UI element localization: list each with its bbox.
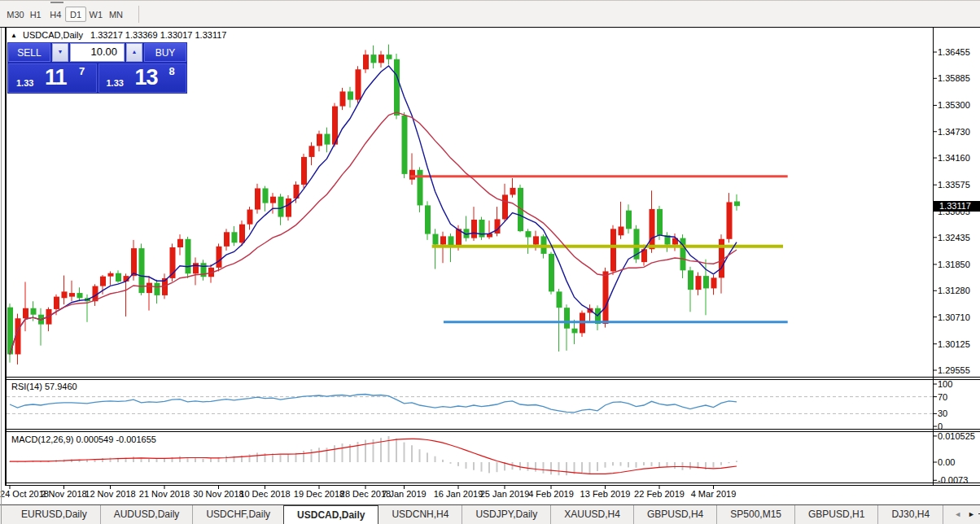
time-axis-label: 12 Nov 2018 [85,489,135,499]
candle-body [471,220,477,238]
time-axis-label: 21 Nov 2018 [139,489,190,499]
one-click-trading-panel: SELL ▼ 10.00 ▲ BUY 1.33 11 7 1.33 13 8 [7,42,187,94]
candle-body [270,197,276,203]
candle-body [155,283,160,295]
macd-histogram-bar [658,462,660,467]
macd-histogram-bar [581,462,583,473]
candle-body [394,59,400,116]
macd-histogram-bar [535,462,536,472]
bid-price-point: 7 [79,65,85,77]
chart-tab-xauusd-h4[interactable]: XAUUSD,H4 [550,505,633,524]
macd-histogram-bar [612,462,614,465]
macd-histogram-bar [566,462,567,475]
macd-histogram-bar [435,456,436,462]
volume-input[interactable]: 10.00 [70,43,125,62]
bid-price-pips: 11 [45,65,67,90]
macd-histogram-bar [450,462,452,464]
macd-histogram-bar [651,462,653,466]
ask-price-point: 8 [169,65,175,77]
chart-frame-border [0,27,980,28]
chart-tab-dj30-h4[interactable]: DJ30,H4 [877,505,943,524]
macd-histogram-bar [427,452,428,462]
macd-histogram-bar [620,462,622,466]
macd-axis-label: -0.0073 [938,475,968,485]
ask-price-prefix: 1.33 [107,78,124,88]
chart-title: ▲ USDCAD,Daily 1.33217 1.33369 1.33017 1… [11,30,226,40]
macd-histogram-bar [249,454,251,462]
rsi-axis-label: 0 [938,421,943,431]
macd-indicator-label: MACD(12,26,9) 0.000549 -0.001655 [11,434,156,444]
tab-scroll-left-icon[interactable]: ◄ [954,510,961,518]
price-axis-label: 1.32435 [938,233,970,242]
bid-quote-button[interactable]: 1.33 11 7 [8,63,97,93]
rsi-pane [7,395,933,414]
macd-histogram-bar [628,462,629,467]
volume-decrease-button[interactable]: ▼ [52,43,68,62]
candle-body [317,134,322,146]
candle-body [626,211,632,229]
macd-histogram-bar [164,458,165,462]
macd-histogram-bar [256,452,258,462]
macd-histogram-bar [736,461,737,462]
candle-body [610,229,616,271]
macd-histogram-bar [311,449,313,462]
macd-histogram-bar [404,443,405,462]
candle-body [711,277,717,288]
price-axis-label: 1.31280 [938,286,970,295]
buy-button[interactable]: BUY [144,43,186,62]
chart-tab-bar: EURUSD,DailyAUDUSD,DailyUSDCHF,DailyUSDC… [0,504,980,524]
chart-tab-audusd-daily[interactable]: AUDUSD,Daily [100,505,193,524]
chart-tab-sp500-m15[interactable]: SP500,M15 [716,505,794,524]
macd-histogram-bar [365,440,366,462]
sell-button[interactable]: SELL [8,43,50,62]
macd-histogram-bar [713,462,715,468]
chart-frame-border [5,379,980,380]
candle-body [688,270,693,290]
price-axis-label: 1.33575 [938,180,970,190]
candle-body [549,254,554,291]
macd-histogram-bar [674,462,676,469]
chart-frame-border [5,431,980,432]
chart-tab-usdcnh-h4[interactable]: USDCNH,H4 [378,505,462,524]
macd-histogram-bar [457,462,459,466]
candle-body [177,239,183,247]
price-axis-label: 1.34730 [938,127,970,137]
chart-tab-usdchf-daily[interactable]: USDCHF,Daily [192,505,283,524]
macd-histogram-bar [141,458,142,462]
volume-increase-button[interactable]: ▲ [126,43,142,62]
chart-tab-gbpusd-h4[interactable]: GBPUSD,H4 [633,505,716,524]
candle-body [100,277,106,286]
macd-histogram-bar [497,462,498,472]
macd-histogram-bar [411,445,413,462]
macd-histogram-bar [225,456,227,462]
macd-histogram-bar [643,462,645,465]
candle-body [696,276,702,290]
candle-body [232,232,238,242]
candle-body [526,231,532,237]
time-axis-label: 4 Feb 2019 [528,489,574,499]
macd-histogram-bar [543,462,545,474]
time-axis-label: 2 Nov 2018 [41,489,86,499]
chart-tab-eurusd-daily[interactable]: EURUSD,Daily [8,505,100,524]
price-axis-label: 1.30710 [938,312,970,322]
chart-tab-usdcad-daily[interactable]: USDCAD,Daily [283,505,378,524]
candle-body [371,55,377,63]
macd-axis-label: 0.00 [938,457,955,467]
candle-body [510,188,516,195]
candle-body [255,188,260,209]
candle-body [564,308,570,329]
macd-histogram-bar [419,449,421,462]
macd-histogram-bar [597,462,598,471]
macd-histogram-bar [303,451,304,462]
macd-histogram-bar [488,462,490,473]
tab-scroll-controls: ◄ ► [951,505,978,523]
candle-body [147,283,152,293]
collapse-trade-panel-icon[interactable]: ▲ [11,32,17,39]
ask-quote-button[interactable]: 1.33 13 8 [98,63,187,93]
tab-scroll-right-icon[interactable]: ► [968,510,975,518]
chart-tab-usdjpy-daily[interactable]: USDJPY,Daily [462,505,550,524]
rsi-axis-label: 70 [938,392,947,402]
macd-histogram-bar [636,462,637,468]
chart-tab-gbpusd-h1[interactable]: GBPUSD,H1 [794,505,877,524]
candle-body [31,308,37,315]
